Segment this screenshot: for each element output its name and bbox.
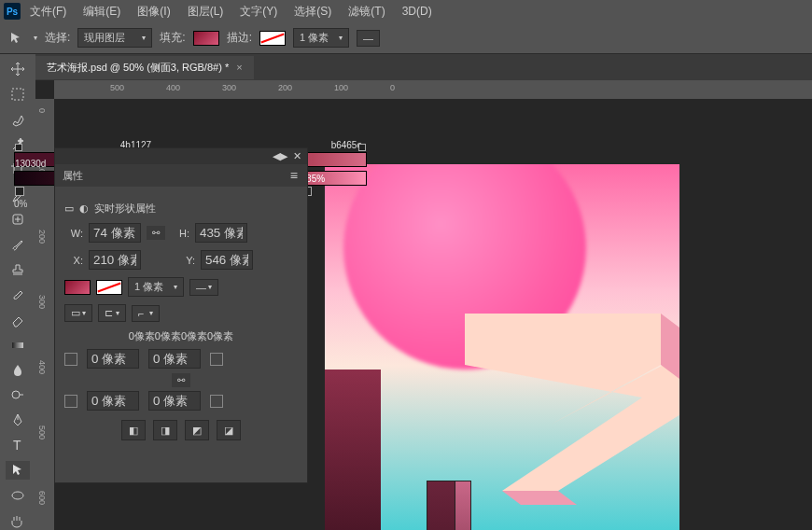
h-label: H: bbox=[171, 228, 189, 239]
path-selection-icon bbox=[7, 30, 24, 47]
x-label: X: bbox=[64, 255, 83, 266]
gradient-tool[interactable] bbox=[6, 335, 30, 355]
panel-menu-icon[interactable]: ≡ bbox=[290, 168, 300, 183]
prop-stroke-style[interactable]: —▾ bbox=[189, 279, 218, 296]
menu-3d[interactable]: 3D(D) bbox=[395, 2, 440, 21]
move-tool[interactable] bbox=[6, 60, 30, 79]
shape-icon: ▭ bbox=[64, 202, 74, 215]
type-tool[interactable]: T bbox=[6, 436, 30, 455]
menu-file[interactable]: 文件(F) bbox=[22, 1, 74, 22]
prop-fill-swatch[interactable] bbox=[64, 280, 91, 295]
opacity-stop[interactable] bbox=[358, 144, 366, 151]
pathop-exclude[interactable]: ◪ bbox=[217, 420, 241, 440]
lasso-tool[interactable] bbox=[6, 110, 30, 130]
y-label: Y: bbox=[176, 255, 195, 266]
blur-tool[interactable] bbox=[6, 360, 30, 380]
ps-logo: Ps bbox=[4, 3, 21, 20]
corner-bl-icon[interactable] bbox=[64, 395, 77, 408]
y-input[interactable] bbox=[201, 250, 253, 270]
corner-bl-input[interactable] bbox=[87, 391, 139, 411]
link-wh-icon[interactable]: ⚯ bbox=[147, 226, 165, 240]
stamp-tool[interactable] bbox=[6, 260, 30, 280]
marquee-tool[interactable] bbox=[6, 85, 30, 105]
svg-point-3 bbox=[12, 391, 20, 398]
menubar: Ps 文件(F) 编辑(E) 图像(I) 图层(L) 文字(Y) 选择(S) 滤… bbox=[0, 0, 812, 22]
menu-edit[interactable]: 编辑(E) bbox=[76, 1, 128, 22]
history-brush-tool[interactable] bbox=[6, 286, 30, 305]
toolbox: T bbox=[0, 54, 35, 530]
corner-tr-icon[interactable] bbox=[210, 353, 223, 366]
artwork-canvas[interactable] bbox=[325, 164, 679, 530]
prop-stroke-size[interactable]: 1 像素▾ bbox=[128, 277, 184, 297]
w-label: W: bbox=[64, 228, 83, 239]
menu-filter[interactable]: 滤镜(T) bbox=[341, 1, 392, 22]
pen-tool[interactable] bbox=[6, 411, 30, 430]
prop-stroke-swatch[interactable] bbox=[96, 280, 122, 295]
menu-layer[interactable]: 图层(L) bbox=[180, 1, 231, 22]
color-stop[interactable] bbox=[15, 187, 24, 196]
svg-point-5 bbox=[12, 492, 23, 499]
close-icon[interactable]: × bbox=[236, 62, 242, 73]
join-dropdown[interactable]: ⌐▾ bbox=[132, 305, 160, 322]
corner-tl-input[interactable] bbox=[87, 349, 139, 369]
panel-close-icon[interactable]: ✕ bbox=[293, 150, 301, 162]
ruler-horizontal: 5004003002001000 bbox=[54, 80, 812, 99]
stroke-style-dropdown[interactable]: — bbox=[357, 30, 380, 47]
hand-tool[interactable] bbox=[6, 510, 30, 530]
panel-title: 属性 bbox=[63, 169, 83, 183]
pathop-intersect[interactable]: ◩ bbox=[185, 420, 209, 440]
layer-mode-dropdown[interactable]: 现用图层▾ bbox=[77, 28, 152, 48]
corner-br-icon[interactable] bbox=[210, 395, 223, 408]
properties-panel: ◀▶✕ 属性≡ ▭◐实时形状属性 W:⚯H: X:Y: 1 像素▾—▾ ▭▾⊏▾… bbox=[54, 147, 308, 483]
tab-document[interactable]: 艺术海报.psd @ 50% (侧面3, RGB/8#) *× bbox=[35, 56, 254, 79]
svg-rect-2 bbox=[12, 342, 23, 348]
menu-type[interactable]: 文字(Y) bbox=[232, 1, 285, 22]
tool-dropdown-icon[interactable]: ▾ bbox=[34, 34, 37, 42]
pathop-combine[interactable]: ◧ bbox=[121, 420, 146, 440]
height-input[interactable] bbox=[195, 223, 247, 243]
width-input[interactable] bbox=[89, 223, 141, 243]
svg-text:T: T bbox=[13, 438, 21, 453]
options-bar: ▾ 选择: 现用图层▾ 填充: 描边: 1 像素▾ — bbox=[0, 22, 812, 54]
x-input[interactable] bbox=[89, 250, 141, 270]
dodge-tool[interactable] bbox=[6, 385, 30, 405]
menu-select[interactable]: 选择(S) bbox=[287, 1, 339, 22]
align-dropdown[interactable]: ▭▾ bbox=[64, 304, 92, 322]
svg-rect-0 bbox=[12, 89, 23, 100]
stroke-swatch[interactable] bbox=[259, 31, 286, 46]
fill-swatch[interactable] bbox=[193, 31, 219, 46]
cap-dropdown[interactable]: ⊏▾ bbox=[98, 304, 126, 322]
brush-tool[interactable] bbox=[6, 235, 30, 255]
stroke-label: 描边: bbox=[227, 30, 252, 46]
corners-summary: 0像素0像素0像素0像素 bbox=[64, 329, 298, 343]
pathop-subtract[interactable]: ◨ bbox=[153, 420, 177, 440]
stroke-size-dropdown[interactable]: 1 像素▾ bbox=[293, 28, 349, 48]
document-tabs: 艺术海报.psd @ 50% (侧面3, RGB/8#) *× bbox=[0, 54, 812, 80]
panel-collapse-icon[interactable]: ◀▶ bbox=[273, 150, 287, 162]
select-label: 选择: bbox=[45, 30, 70, 46]
menu-image[interactable]: 图像(I) bbox=[130, 1, 177, 22]
live-shape-label: 实时形状属性 bbox=[94, 202, 156, 216]
corner-tl-icon[interactable] bbox=[64, 353, 77, 366]
path-select-tool[interactable] bbox=[6, 461, 30, 481]
fill-label: 填充: bbox=[160, 30, 185, 46]
eraser-tool[interactable] bbox=[6, 310, 30, 329]
shape-tool[interactable] bbox=[6, 485, 30, 505]
corner-br-input[interactable] bbox=[148, 391, 201, 411]
mask-icon: ◐ bbox=[79, 202, 89, 215]
corner-tr-input[interactable] bbox=[148, 349, 201, 369]
link-corners-icon[interactable]: ⚯ bbox=[172, 373, 190, 387]
opacity-stop[interactable] bbox=[15, 144, 22, 151]
